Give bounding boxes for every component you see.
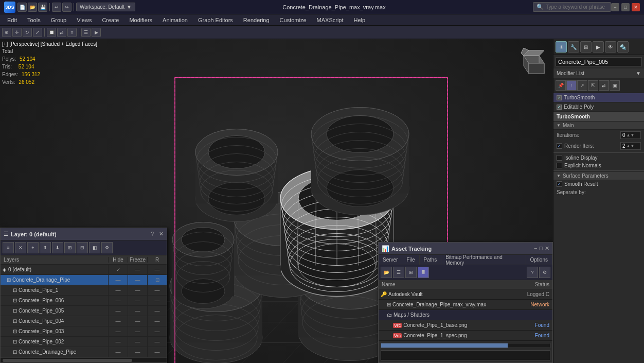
panel-icon-display[interactable]: ☀ [556, 41, 567, 53]
section-surface[interactable]: ▼ Surface Parameters [553, 172, 644, 180]
layers-scroll-thumb[interactable] [3, 359, 132, 362]
menu-create[interactable]: Create [97, 14, 124, 25]
toolbar2-move[interactable]: ✛ [12, 28, 22, 37]
menu-group[interactable]: Group [46, 14, 72, 25]
menu-edit[interactable]: Edit [2, 14, 22, 25]
list-item[interactable]: ⊡Concrete_Drainage_Pipe — — — [1, 347, 167, 357]
isoline-checkbox[interactable] [557, 155, 562, 161]
open-button[interactable]: 📂 [28, 3, 37, 12]
layers-down-btn[interactable]: ⬇ [52, 242, 63, 253]
list-item[interactable]: Vrc Concrete_Pipe_1_spec.png Found [379, 331, 552, 341]
list-item[interactable]: 🔑Autodesk Vault Logged C [379, 289, 552, 300]
minimize-button[interactable]: − [611, 3, 619, 11]
asset-minimize-button[interactable]: − [534, 245, 537, 252]
panel-icon-motion[interactable]: ▶ [593, 41, 604, 53]
panel-icon-hierarchy[interactable]: ⊞ [580, 41, 592, 53]
viewport-cube[interactable] [516, 45, 547, 76]
layers-close-button[interactable]: ✕ [159, 231, 164, 237]
asset-menu-bitmap[interactable]: Bitmap Performance and Memory [441, 255, 526, 265]
menu-help[interactable]: Help [349, 14, 371, 25]
layers-expand-btn[interactable]: ⊞ [64, 242, 76, 253]
layers-collapse-btn[interactable]: ⊟ [77, 242, 88, 253]
toolbar2-select[interactable]: ⊕ [2, 28, 11, 37]
modifier-checkbox[interactable] [557, 105, 562, 110]
search-input[interactable] [546, 4, 607, 10]
render-iters-checkbox[interactable] [557, 143, 562, 149]
undo-button[interactable]: ↩ [52, 3, 61, 12]
asset-tb-details[interactable]: ≣ [418, 267, 429, 278]
layer-freeze-col[interactable]: — [128, 275, 147, 285]
redo-button[interactable]: ↪ [62, 3, 71, 12]
asset-input-bar[interactable] [381, 350, 550, 360]
asset-tb-help[interactable]: ? [527, 267, 538, 278]
layer-r-col[interactable]: ⊡ [147, 275, 167, 285]
render-iters-input[interactable]: 2 ▲▼ [620, 142, 641, 150]
menu-views[interactable]: Views [71, 14, 97, 25]
layer-r-col[interactable]: — [147, 285, 167, 295]
menu-rendering[interactable]: Rendering [238, 14, 275, 25]
mod-select-btn[interactable]: ↑ [566, 80, 577, 91]
menu-maxscript[interactable]: MAXScript [312, 14, 349, 25]
layer-freeze-col[interactable]: — [128, 265, 147, 274]
panel-icon-utility[interactable]: 🔩 [617, 41, 629, 53]
new-button[interactable]: 📄 [17, 3, 27, 12]
workspace-dropdown[interactable]: Workspace: Default ▼ [76, 3, 135, 11]
save-button[interactable]: 💾 [38, 3, 47, 12]
viewport[interactable]: [+] [Perspective] [Shaded + Edged Faces]… [0, 39, 553, 363]
modifier-list-arrow[interactable]: ▼ [636, 71, 641, 76]
mod-mirror-btn[interactable]: ⇌ [599, 80, 609, 91]
mod-render-btn[interactable]: ▣ [610, 80, 620, 91]
asset-tb-open[interactable]: 📂 [381, 267, 392, 278]
layers-settings-btn[interactable]: ⚙ [101, 242, 113, 253]
toolbar2-scale[interactable]: ⤢ [33, 28, 42, 37]
asset-tb-list[interactable]: ☰ [393, 267, 404, 278]
mod-pin-btn[interactable]: 📌 [556, 80, 566, 91]
toolbar2-render[interactable]: ▶ [92, 28, 101, 37]
toolbar2-mirror[interactable]: ⇌ [57, 28, 66, 37]
layers-filter-btn[interactable]: ≡ [3, 242, 14, 253]
asset-menu-paths[interactable]: Paths [420, 255, 442, 265]
menu-tools[interactable]: Tools [22, 14, 46, 25]
toolbar2-snap[interactable]: 🔲 [47, 28, 56, 37]
search-box[interactable]: 🔍 [533, 2, 611, 12]
asset-close-button[interactable]: ✕ [545, 245, 549, 252]
layer-hide-col[interactable]: — [108, 275, 128, 285]
modifier-turbosmooth[interactable]: TurboSmooth [553, 93, 644, 102]
mod-scale-btn[interactable]: ⇱ [588, 80, 598, 91]
toolbar2-align[interactable]: ≡ [67, 28, 77, 37]
layers-add-btn[interactable]: + [27, 242, 39, 253]
menu-animation[interactable]: Animation [157, 14, 193, 25]
list-item[interactable]: 🗂Maps / Shaders [379, 310, 552, 320]
modifier-editable-poly[interactable]: Editable Poly [553, 102, 644, 112]
iterations-input[interactable]: 0 ▲▼ [620, 131, 641, 139]
menu-modifiers[interactable]: Modifiers [124, 14, 157, 25]
object-name-input[interactable] [556, 57, 642, 66]
menu-graph-editors[interactable]: Graph Editors [193, 14, 238, 25]
toolbar2-rotate[interactable]: ↻ [23, 28, 32, 37]
panel-icon-modify[interactable]: 🔧 [568, 41, 579, 53]
panel-icon-display2[interactable]: 👁 [605, 41, 616, 53]
asset-maximize-button[interactable]: □ [539, 245, 543, 252]
layers-help-button[interactable]: ? [151, 231, 154, 237]
toolbar2-layers[interactable]: ☰ [81, 28, 91, 37]
layers-scrollbar[interactable] [1, 357, 167, 362]
list-item[interactable]: ⊞Concrete_Drainage_Pipe_max_vray.max Net… [379, 300, 552, 310]
asset-menu-file[interactable]: File [402, 255, 419, 265]
layer-hide-col[interactable]: — [108, 285, 128, 295]
asset-tb-settings[interactable]: ⚙ [539, 267, 550, 278]
section-main[interactable]: ▼ Main [553, 122, 644, 130]
asset-tb-grid[interactable]: ⊞ [405, 267, 417, 278]
layers-up-btn[interactable]: ⬆ [40, 242, 51, 253]
smooth-result-checkbox[interactable] [557, 181, 562, 187]
layers-delete-btn[interactable]: ✕ [15, 242, 26, 253]
list-item[interactable]: ⊡Concrete_Pipe_003 — — — [1, 326, 167, 337]
list-item[interactable]: Vrc Concrete_Pipe_1_base.png Found [379, 320, 552, 331]
list-item[interactable]: ⊡ Concrete_Pipe_1 — — — [1, 285, 167, 296]
close-button[interactable]: ✕ [632, 3, 640, 11]
layer-r-col[interactable]: — [147, 265, 167, 274]
explicit-normals-checkbox[interactable] [557, 163, 562, 168]
list-item[interactable]: ⊡Concrete_Pipe_005 — — — [1, 306, 167, 316]
layer-hide-col[interactable]: ✓ [108, 265, 128, 274]
modifier-checkbox[interactable] [557, 95, 562, 100]
list-item[interactable]: ⊡Concrete_Pipe_002 — — — [1, 337, 167, 347]
